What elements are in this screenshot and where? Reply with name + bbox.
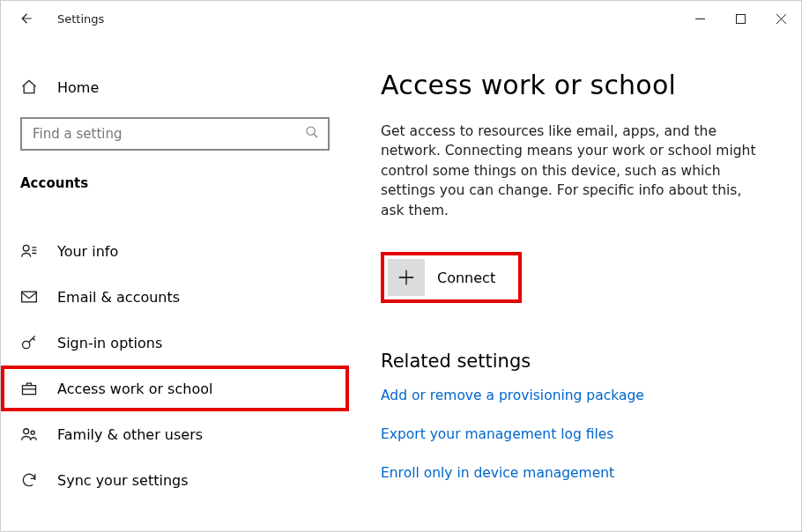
titlebar: Settings xyxy=(1,1,801,36)
link-provisioning-package[interactable]: Add or remove a provisioning package xyxy=(381,388,644,403)
nav-item-label: Sign-in options xyxy=(57,335,162,351)
close-icon xyxy=(776,14,786,24)
sidebar: Home Accounts Y xyxy=(1,36,349,531)
minimize-icon xyxy=(695,14,705,24)
nav-item-sync-settings[interactable]: Sync your settings xyxy=(1,457,349,503)
svg-rect-0 xyxy=(736,14,745,23)
nav-item-signin-options[interactable]: Sign-in options xyxy=(1,320,349,366)
close-button[interactable] xyxy=(761,1,801,36)
your-info-icon xyxy=(20,242,41,260)
content-area: Home Accounts Y xyxy=(1,36,801,531)
minimize-button[interactable] xyxy=(679,1,720,36)
people-icon xyxy=(20,425,41,443)
connect-button[interactable]: Connect xyxy=(381,252,522,303)
search-icon xyxy=(305,125,319,143)
svg-point-1 xyxy=(307,127,315,135)
search-wrap xyxy=(20,117,330,151)
maximize-icon xyxy=(736,14,746,24)
svg-point-2 xyxy=(23,245,29,251)
search-input[interactable] xyxy=(31,125,305,143)
home-icon xyxy=(20,78,41,96)
category-label: Accounts xyxy=(1,163,349,203)
nav-item-label: Your info xyxy=(57,243,118,260)
svg-rect-3 xyxy=(22,292,37,302)
nav-item-label: Family & other users xyxy=(57,426,203,443)
sync-icon xyxy=(20,471,41,489)
home-label: Home xyxy=(57,79,99,96)
main-panel: Access work or school Get access to reso… xyxy=(349,36,801,531)
connect-label: Connect xyxy=(437,270,495,286)
window-title: Settings xyxy=(57,12,104,26)
plus-icon xyxy=(397,268,416,287)
home-nav-item[interactable]: Home xyxy=(1,70,349,105)
nav-item-your-info[interactable]: Your info xyxy=(1,228,349,274)
arrow-left-icon xyxy=(18,11,33,26)
nav-item-access-work-school[interactable]: Access work or school xyxy=(1,366,349,411)
page-title: Access work or school xyxy=(381,70,769,100)
nav-item-label: Access work or school xyxy=(57,381,212,397)
nav-item-email-accounts[interactable]: Email & accounts xyxy=(1,274,349,320)
related-settings-title: Related settings xyxy=(381,351,769,372)
svg-point-7 xyxy=(31,431,34,434)
maximize-button[interactable] xyxy=(720,1,761,36)
nav-list: Your info Email & accounts Sign-in optio… xyxy=(1,228,349,503)
svg-point-6 xyxy=(24,429,29,434)
svg-rect-5 xyxy=(23,386,36,395)
nav-item-label: Sync your settings xyxy=(57,472,189,489)
back-button[interactable] xyxy=(13,6,38,31)
link-enroll-device-mgmt[interactable]: Enroll only in device management xyxy=(381,465,614,481)
svg-point-4 xyxy=(23,341,30,348)
search-input-container[interactable] xyxy=(20,117,330,151)
key-icon xyxy=(20,334,41,351)
window-controls xyxy=(679,1,801,36)
briefcase-icon xyxy=(20,380,41,397)
link-export-logs[interactable]: Export your management log files xyxy=(381,426,613,442)
email-icon xyxy=(20,288,41,306)
page-description: Get access to resources like email, apps… xyxy=(381,122,769,220)
nav-item-label: Email & accounts xyxy=(57,289,180,306)
plus-tile xyxy=(388,259,425,296)
nav-item-family-users[interactable]: Family & other users xyxy=(1,411,349,457)
